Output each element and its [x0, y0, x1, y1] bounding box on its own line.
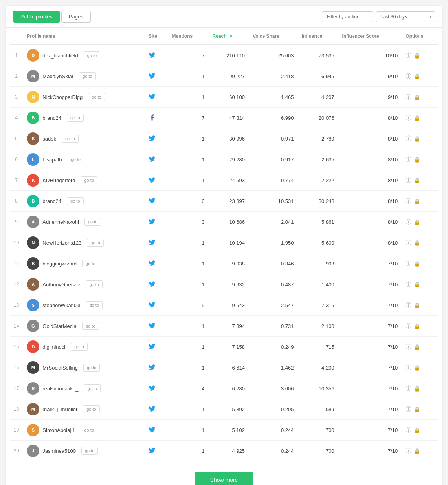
lock-icon[interactable]: 🔒 — [414, 261, 420, 267]
avatar: M — [27, 70, 39, 82]
lock-icon[interactable]: 🔒 — [414, 448, 420, 454]
goto-button[interactable]: go to — [87, 239, 103, 247]
reach-cell: 24 693 — [209, 170, 249, 191]
goto-button[interactable]: go to — [82, 260, 99, 267]
goto-button[interactable]: go to — [81, 447, 98, 455]
site-cell — [145, 232, 168, 253]
tab-pages[interactable]: Pages — [61, 11, 91, 23]
lock-icon[interactable]: 🔒 — [414, 406, 420, 412]
goto-button[interactable]: go to — [67, 197, 83, 205]
info-icon[interactable]: ⓘ — [406, 281, 411, 288]
profile-cell: N NickChopperDigg go to — [23, 87, 145, 108]
lock-icon[interactable]: 🔒 — [414, 282, 420, 287]
profile-name: sadek — [42, 136, 56, 142]
mentions-cell: 3 — [168, 212, 209, 232]
info-icon[interactable]: ⓘ — [406, 302, 411, 309]
col-influencer-score: Influencer Score — [338, 28, 402, 45]
reach-cell: 30 996 — [209, 128, 249, 149]
lock-icon[interactable]: 🔒 — [414, 73, 420, 79]
lock-icon[interactable]: 🔒 — [414, 53, 420, 59]
lock-icon[interactable]: 🔒 — [414, 178, 420, 183]
site-cell — [145, 149, 168, 170]
info-icon[interactable]: ⓘ — [406, 406, 411, 413]
row-number: 19 — [10, 420, 23, 441]
goto-button[interactable]: go to — [83, 364, 100, 372]
options-cell: ⓘ 🔒 — [402, 274, 438, 295]
profile-name: AnthonyGaenzle — [42, 282, 80, 287]
goto-button[interactable]: go to — [68, 156, 84, 163]
goto-button[interactable]: go to — [84, 218, 101, 226]
voice-share-cell: 2.041 — [249, 212, 298, 232]
info-icon[interactable]: ⓘ — [406, 114, 411, 122]
lock-icon[interactable]: 🔒 — [414, 157, 420, 163]
show-more-button[interactable]: Show more — [195, 472, 254, 485]
lock-icon[interactable]: 🔒 — [414, 136, 420, 142]
site-cell — [145, 399, 168, 420]
table-row: 16 M MrSocialSelling go to 1 6 614 1.462… — [10, 357, 438, 378]
info-icon[interactable]: ⓘ — [406, 447, 411, 455]
info-icon[interactable]: ⓘ — [406, 52, 411, 59]
twitter-icon — [149, 176, 156, 183]
score-cell: 7/10 — [338, 253, 402, 274]
info-icon[interactable]: ⓘ — [406, 426, 411, 434]
twitter-icon — [149, 447, 156, 454]
mentions-cell: 1 — [168, 399, 209, 420]
info-icon[interactable]: ⓘ — [406, 135, 411, 143]
goto-button[interactable]: go to — [86, 280, 102, 288]
mentions-cell: 1 — [168, 128, 209, 149]
lock-icon[interactable]: 🔒 — [414, 240, 420, 246]
info-icon[interactable]: ⓘ — [406, 93, 411, 101]
goto-button[interactable]: go to — [67, 114, 83, 122]
lock-icon[interactable]: 🔒 — [414, 386, 420, 392]
goto-button[interactable]: go to — [84, 51, 100, 59]
goto-button[interactable]: go to — [83, 405, 99, 413]
info-icon[interactable]: ⓘ — [406, 343, 411, 351]
info-icon[interactable]: ⓘ — [406, 239, 411, 247]
info-icon[interactable]: ⓘ — [406, 322, 411, 330]
twitter-icon — [149, 384, 156, 392]
voice-share-cell: 10.531 — [249, 191, 298, 212]
score-cell: 7/10 — [338, 274, 402, 295]
info-icon[interactable]: ⓘ — [406, 385, 411, 392]
info-icon[interactable]: ⓘ — [406, 177, 411, 184]
mentions-cell: 1 — [168, 274, 209, 295]
goto-button[interactable]: go to — [84, 384, 100, 392]
lock-icon[interactable]: 🔒 — [414, 115, 420, 121]
lock-icon[interactable]: 🔒 — [414, 302, 420, 308]
table-container: Profile name Site Mentions Reach ▼ Voice… — [6, 28, 442, 461]
goto-button[interactable]: go to — [79, 72, 95, 80]
lock-icon[interactable]: 🔒 — [414, 94, 420, 100]
goto-button[interactable]: go to — [62, 135, 78, 143]
score-cell: 8/10 — [338, 149, 402, 170]
goto-button[interactable]: go to — [82, 322, 99, 330]
profile-cell: K KDHungerford go to — [23, 170, 145, 191]
info-icon[interactable]: ⓘ — [406, 73, 411, 80]
row-number: 14 — [10, 316, 23, 337]
goto-button[interactable]: go to — [86, 301, 102, 309]
options-cell: ⓘ 🔒 — [402, 420, 438, 441]
lock-icon[interactable]: 🔒 — [414, 323, 420, 329]
info-icon[interactable]: ⓘ — [406, 260, 411, 267]
top-bar: Public profiles Pages Last 30 days Last … — [6, 6, 442, 28]
info-icon[interactable]: ⓘ — [406, 156, 411, 163]
score-cell: 10/10 — [338, 45, 402, 66]
lock-icon[interactable]: 🔒 — [414, 365, 420, 371]
goto-button[interactable]: go to — [81, 426, 97, 434]
goto-button[interactable]: go to — [71, 343, 87, 351]
info-icon[interactable]: ⓘ — [406, 218, 411, 226]
profile-name: AdrienneNakohl — [42, 219, 79, 225]
lock-icon[interactable]: 🔒 — [414, 427, 420, 433]
influence-cell: 2 100 — [298, 316, 338, 337]
goto-button[interactable]: go to — [88, 93, 105, 101]
info-icon[interactable]: ⓘ — [406, 198, 411, 205]
lock-icon[interactable]: 🔒 — [414, 198, 420, 204]
col-reach[interactable]: Reach ▼ — [209, 28, 249, 45]
filter-author-input[interactable] — [322, 11, 373, 22]
lock-icon[interactable]: 🔒 — [414, 344, 420, 350]
info-icon[interactable]: ⓘ — [406, 364, 411, 372]
period-select[interactable]: Last 30 days Last 7 days Last 90 days — [376, 11, 435, 22]
goto-button[interactable]: go to — [81, 176, 97, 184]
tab-public-profiles[interactable]: Public profiles — [13, 11, 60, 23]
period-select-wrapper: Last 30 days Last 7 days Last 90 days — [376, 11, 435, 22]
lock-icon[interactable]: 🔒 — [414, 219, 420, 225]
